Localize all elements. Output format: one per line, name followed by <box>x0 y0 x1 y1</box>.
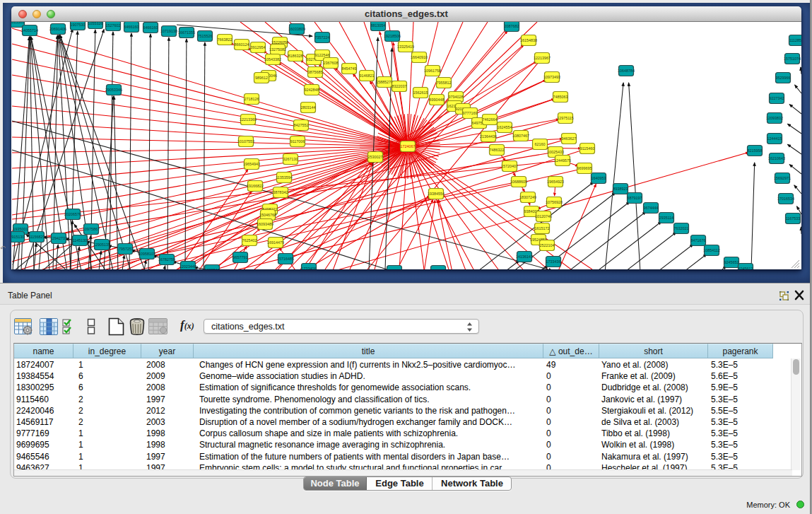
svg-text:62160: 62160 <box>535 142 546 146</box>
svg-text:1615172: 1615172 <box>535 226 550 230</box>
svg-text:12213967: 12213967 <box>534 56 551 60</box>
svg-text:10543382: 10543382 <box>264 57 281 62</box>
svg-text:6466160: 6466160 <box>124 25 139 29</box>
svg-text:1624554: 1624554 <box>498 125 512 129</box>
svg-text:7663822: 7663822 <box>218 37 233 42</box>
svg-text:13325419: 13325419 <box>397 45 414 49</box>
svg-text:12213369: 12213369 <box>240 117 257 122</box>
svg-text:9245612: 9245612 <box>739 267 753 269</box>
svg-text:8660124: 8660124 <box>235 42 249 47</box>
svg-text:11156829: 11156829 <box>28 235 45 239</box>
svg-text:9227342: 9227342 <box>770 96 784 100</box>
svg-text:3875685: 3875685 <box>308 70 323 74</box>
svg-text:9794028: 9794028 <box>449 95 464 99</box>
svg-text:2367608: 2367608 <box>324 61 339 65</box>
svg-text:9245652: 9245652 <box>724 260 739 264</box>
svg-text:16154838: 16154838 <box>520 38 537 42</box>
svg-text:15692971: 15692971 <box>774 176 791 180</box>
svg-text:20206576: 20206576 <box>64 212 81 216</box>
svg-text:3915130: 3915130 <box>11 235 25 239</box>
svg-text:9463627: 9463627 <box>562 136 577 141</box>
svg-text:7515526: 7515526 <box>198 34 213 38</box>
svg-text:16033809: 16033809 <box>288 27 305 31</box>
svg-text:12093832: 12093832 <box>766 116 783 120</box>
svg-text:8186328: 8186328 <box>288 54 303 58</box>
svg-text:11353594: 11353594 <box>276 175 293 180</box>
svg-text:2522104: 2522104 <box>540 243 555 247</box>
svg-text:16782759: 16782759 <box>158 257 175 262</box>
svg-text:1202344: 1202344 <box>205 268 220 269</box>
svg-text:9117006: 9117006 <box>290 139 305 144</box>
svg-text:8471676: 8471676 <box>691 238 706 243</box>
svg-text:9115460: 9115460 <box>580 146 595 151</box>
svg-text:12905135: 12905135 <box>93 243 110 247</box>
svg-text:2087682: 2087682 <box>505 24 519 28</box>
svg-text:15885270: 15885270 <box>376 80 393 84</box>
svg-text:1244415: 1244415 <box>767 136 782 141</box>
svg-text:10648784: 10648784 <box>618 69 635 73</box>
svg-text:16671355: 16671355 <box>178 30 195 35</box>
svg-text:9777169: 9777169 <box>463 111 478 115</box>
svg-text:21364436: 21364436 <box>480 134 497 139</box>
svg-text:1055326: 1055326 <box>88 22 103 25</box>
svg-text:1167533: 1167533 <box>786 216 801 221</box>
svg-text:15720407: 15720407 <box>501 164 518 168</box>
svg-text:989612: 989612 <box>255 76 268 80</box>
svg-text:29053346: 29053346 <box>105 88 122 92</box>
svg-text:10120746: 10120746 <box>535 214 552 218</box>
svg-text:1527602: 1527602 <box>106 23 121 28</box>
svg-text:16914479: 16914479 <box>267 240 284 245</box>
svg-text:7357224: 7357224 <box>315 35 330 40</box>
svg-text:1145130: 1145130 <box>73 238 88 243</box>
svg-text:973343: 973343 <box>388 269 401 269</box>
svg-text:16093489: 16093489 <box>257 222 273 226</box>
svg-text:15716485: 15716485 <box>277 257 294 261</box>
svg-text:7486322: 7486322 <box>490 148 505 152</box>
svg-text:16640910: 16640910 <box>411 55 428 59</box>
svg-text:912345: 912345 <box>432 269 445 269</box>
svg-text:9657791: 9657791 <box>233 255 248 259</box>
svg-text:19654923: 19654923 <box>547 180 564 184</box>
svg-text:19166822: 19166822 <box>247 184 264 188</box>
svg-text:10025433: 10025433 <box>547 150 564 154</box>
svg-text:19384554: 19384554 <box>428 192 445 196</box>
svg-text:10958107: 10958107 <box>139 252 155 256</box>
svg-text:7955812: 7955812 <box>437 81 452 85</box>
svg-text:12449575: 12449575 <box>554 158 571 163</box>
svg-text:9529966: 9529966 <box>776 76 791 80</box>
svg-text:14055714: 14055714 <box>21 28 38 33</box>
svg-text:8427552: 8427552 <box>294 123 309 127</box>
svg-text:15046768: 15046768 <box>259 213 276 217</box>
svg-text:19654943: 19654943 <box>243 162 260 166</box>
svg-text:9699695: 9699695 <box>577 166 592 170</box>
svg-text:2530027: 2530027 <box>368 155 383 159</box>
svg-text:2815501: 2815501 <box>11 22 25 24</box>
svg-text:3267130: 3267130 <box>283 157 298 161</box>
svg-text:9146821: 9146821 <box>360 74 375 78</box>
svg-text:6879197: 6879197 <box>628 196 642 200</box>
svg-text:2803144: 2803144 <box>301 105 316 110</box>
svg-text:1112853: 1112853 <box>789 38 801 42</box>
svg-text:1724067: 1724067 <box>401 144 416 148</box>
svg-text:10854112: 10854112 <box>703 248 720 252</box>
svg-text:10961758: 10961758 <box>424 69 441 73</box>
svg-text:3878342: 3878342 <box>273 190 288 194</box>
svg-text:10688609: 10688609 <box>510 180 527 184</box>
svg-text:10107553: 10107553 <box>237 139 254 144</box>
svg-text:9122546: 9122546 <box>315 53 330 57</box>
svg-text:2718126: 2718126 <box>245 97 259 101</box>
svg-text:8454749: 8454749 <box>342 66 357 71</box>
svg-text:1733406: 1733406 <box>302 267 317 269</box>
svg-text:19218506: 19218506 <box>384 34 401 38</box>
svg-text:9242848: 9242848 <box>305 88 319 92</box>
svg-text:6990448: 6990448 <box>430 98 445 102</box>
svg-text:2935114: 2935114 <box>659 216 674 220</box>
svg-text:10807467: 10807467 <box>512 134 529 138</box>
svg-text:1640953: 1640953 <box>592 176 606 180</box>
svg-text:15226058: 15226058 <box>271 40 288 45</box>
svg-text:12023448: 12023448 <box>180 264 196 269</box>
svg-text:1935001: 1935001 <box>13 227 28 231</box>
svg-text:14136141: 14136141 <box>516 255 533 259</box>
svg-text:1733436: 1733436 <box>546 259 561 264</box>
svg-text:18307249: 18307249 <box>519 195 536 199</box>
